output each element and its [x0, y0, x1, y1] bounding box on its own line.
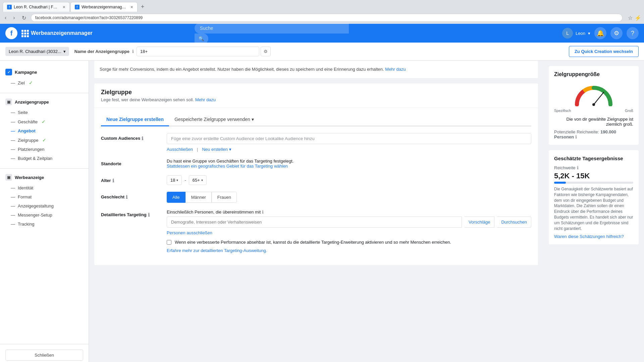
targeting-input[interactable]: [167, 217, 462, 228]
age-min-select[interactable]: 18 ▾: [167, 175, 182, 185]
potential-reach-row: Potenzielle Reichweite: 190.000 Personen…: [554, 129, 633, 139]
sidebar-item-tracking[interactable]: — Tracking: [0, 220, 89, 229]
audience-title: Zielgruppe: [101, 89, 531, 96]
sidebar-item-budget[interactable]: — Budget & Zeitplan: [0, 154, 89, 163]
star-icon[interactable]: ☆: [628, 15, 633, 21]
url-bar[interactable]: facebook.com/adsmanager/creation?act=303…: [31, 14, 623, 22]
main-layout: ✓ Kampagne — Ziel ✓ ▣ Anzeigengruppe — S…: [0, 61, 644, 362]
sidebar-item-geschaefte[interactable]: — Geschäfte ✓: [0, 117, 89, 126]
tab-close-2[interactable]: ×: [130, 4, 133, 10]
age-label-container: Alter ℹ: [101, 175, 161, 183]
tab-new-audience[interactable]: Neue Zielgruppe erstellen: [101, 113, 169, 126]
age-selectors: 18 ▾ - 65+ ▾: [167, 175, 531, 185]
sidebar-item-seite[interactable]: — Seite: [0, 108, 89, 117]
helpful-link[interactable]: Waren diese Schätzungen hilfreich?: [554, 234, 624, 239]
settings-button[interactable]: ⚙: [610, 27, 623, 39]
gender-maenner-button[interactable]: Männer: [185, 192, 212, 203]
expansion-link[interactable]: Erfahre mehr zur detaillierten Targeting…: [167, 248, 267, 253]
tab-close-1[interactable]: ×: [63, 4, 65, 10]
gauge-labels: Spezifisch Groß: [554, 109, 633, 113]
sidebar-item-platzierungen[interactable]: — Platzierungen: [0, 145, 89, 154]
targeting-label: Detailliertes Targeting: [101, 212, 147, 217]
targeting-expansion-checkbox[interactable]: [167, 240, 171, 245]
identitaet-label: Identität: [18, 185, 33, 190]
adgroup-section-label: Anzeigengruppe: [15, 100, 49, 105]
age-info-icon[interactable]: ℹ: [112, 178, 114, 183]
age-max-select[interactable]: 65+ ▾: [189, 175, 207, 185]
exclude-people-link[interactable]: Personen ausschließen: [167, 230, 212, 235]
offer-more-link[interactable]: Mehr dazu: [385, 67, 406, 72]
audience-card-body: Neue Zielgruppe erstellen Gespeicherte Z…: [94, 108, 538, 265]
sidebar-item-format[interactable]: — Format: [0, 192, 89, 201]
sidebar-item-anzeigegestaltung[interactable]: — Anzeigegestaltung: [0, 201, 89, 210]
targeting-info-icon[interactable]: ℹ: [148, 212, 150, 218]
app-name-text: Werbeanzeigenmanager: [31, 30, 93, 36]
browse-button[interactable]: Durchsuchen: [497, 217, 531, 228]
search-button[interactable]: 🔍: [195, 34, 208, 44]
create-icon: ▾: [229, 147, 231, 152]
browser-tab-2[interactable]: f Werbeanzeigenmanager - Cr... ×: [70, 2, 138, 12]
sidebar-adgroup-header: ▣ Anzeigengruppe: [0, 96, 89, 108]
audience-size-desc: Die von dir gewählte Zielgruppe ist ziem…: [554, 117, 633, 127]
location-link[interactable]: Stattdessen ein geografisches Gebiet für…: [167, 164, 288, 169]
zielgruppe-dash: —: [11, 138, 15, 143]
browser-tab-1[interactable]: f Leon R. Chaudhari | Facebook ×: [3, 2, 70, 12]
ad-section-icon: ▣: [5, 174, 12, 181]
sidebar-item-zielgruppe[interactable]: — Zielgruppe ✓: [0, 135, 89, 145]
targeting-row: Detailliertes Targeting ℹ Einschließlich…: [101, 209, 531, 253]
account-selector[interactable]: Leon R. Chaudhari (3032... ▾: [5, 47, 69, 56]
gender-alle-button[interactable]: Alle: [167, 192, 185, 203]
targeting-input-row: Vorschläge Durchsuchen: [167, 217, 531, 228]
gauge-container: Spezifisch Groß: [554, 83, 633, 113]
new-tab-button[interactable]: +: [138, 2, 147, 12]
ad-group-label: Name der Anzeigengruppe: [74, 49, 129, 54]
targeting-expansion-text: Wenn eine verbesserte Performance absehb…: [175, 239, 451, 245]
notifications-button[interactable]: 🔔: [594, 27, 606, 39]
grid-icon[interactable]: [21, 30, 28, 37]
refresh-button[interactable]: ↻: [20, 14, 28, 22]
create-new-link[interactable]: Neu erstellen ▾: [202, 147, 231, 152]
results-disclaimer: Die Genauigkeit der Schätzwerte basiert …: [554, 186, 633, 231]
search-input[interactable]: [195, 23, 349, 34]
sidebar-item-messenger[interactable]: — Messenger-Setup: [0, 210, 89, 220]
custom-audiences-input[interactable]: [167, 133, 531, 144]
tab-saved-audience[interactable]: Gespeicherte Zielgruppe verwenden ▾: [169, 113, 259, 126]
ad-group-info-icon: ℹ: [132, 49, 134, 54]
location-row: Standorte Du hast eine Gruppe von Geschä…: [101, 159, 531, 169]
back-button[interactable]: ‹: [3, 14, 8, 21]
help-button[interactable]: ?: [627, 27, 639, 39]
sidebar-adgroup-section: ▣ Anzeigengruppe — Seite — Geschäfte ✓ —…: [0, 96, 89, 163]
suggestions-button[interactable]: Vorschläge: [465, 217, 494, 228]
targeting-include-info-icon[interactable]: ℹ: [262, 209, 264, 215]
budget-label: Budget & Zeitplan: [18, 156, 52, 161]
gender-frauen-button[interactable]: Frauen: [212, 192, 237, 203]
ad-group-gear-button[interactable]: ⚙: [261, 47, 271, 56]
browser-icon-group: ☆ ⚡: [628, 15, 641, 21]
avatar: L: [562, 28, 573, 39]
fb-header: f Werbeanzeigenmanager 🔍 L Leon ▾ 🔔 ⚙ ?: [0, 24, 644, 43]
ad-group-input[interactable]: [137, 47, 259, 56]
close-button[interactable]: Schließen: [5, 350, 83, 361]
ad-group-input-group: ⚙: [137, 47, 271, 56]
quick-create-button[interactable]: Zu Quick Creation wechseln: [569, 46, 639, 57]
sidebar-item-ziel[interactable]: — Ziel ✓: [0, 78, 89, 87]
audience-more-link[interactable]: Mehr dazu: [195, 97, 216, 102]
custom-audiences-info-icon[interactable]: ℹ: [142, 136, 143, 141]
sidebar-item-identitaet[interactable]: — Identität: [0, 183, 89, 192]
gender-info-icon[interactable]: ℹ: [126, 194, 127, 200]
extension-icon[interactable]: ⚡: [635, 15, 641, 21]
campaign-section-icon: ✓: [5, 69, 12, 75]
sidebar-item-angebot[interactable]: — Angebot: [0, 126, 89, 135]
age-control: 18 ▾ - 65+ ▾: [167, 175, 531, 185]
ziel-label: Ziel: [18, 80, 25, 85]
daily-results-card: Geschätzte Tagesergebnisse Reichweite ℹ …: [549, 150, 639, 244]
tab-favicon-2: f: [75, 5, 79, 9]
gauge-label-left: Spezifisch: [554, 109, 571, 113]
forward-button[interactable]: ›: [11, 14, 17, 21]
reach-metric-info-icon[interactable]: ℹ: [577, 165, 579, 170]
user-dropdown-icon: ▾: [588, 31, 590, 36]
user-menu[interactable]: L Leon ▾: [562, 28, 590, 39]
reach-info-icon[interactable]: ℹ: [575, 134, 577, 139]
geschaefte-label: Geschäfte: [18, 119, 38, 124]
exclude-link[interactable]: Ausschließen: [167, 147, 193, 152]
